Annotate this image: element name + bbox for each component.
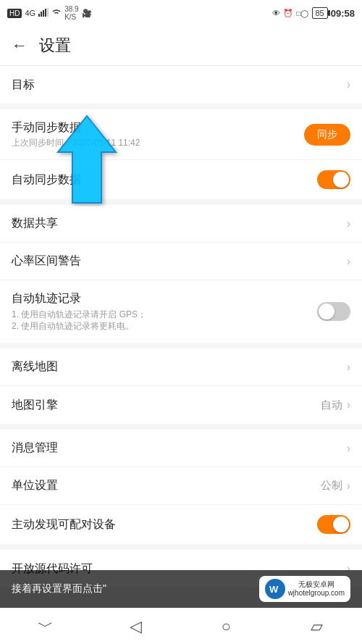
watermark: W 无极安卓网 wjhotelgroup.com xyxy=(259,576,350,602)
watermark-logo: W xyxy=(265,579,285,599)
status-eye-icon: 👁 xyxy=(272,9,280,17)
page-title: 设置 xyxy=(39,35,71,57)
svg-rect-0 xyxy=(38,14,40,17)
settings-item-data-share[interactable]: 数据共享 › xyxy=(0,205,362,243)
chevron-icon-unit-settings: › xyxy=(347,480,350,493)
status-camera-icon: 🎥 xyxy=(82,9,92,18)
svg-rect-4 xyxy=(47,8,49,17)
svg-rect-2 xyxy=(43,10,44,17)
chevron-icon-heart-rate: › xyxy=(347,255,350,268)
settings-item-auto-track[interactable]: 自动轨迹记录 1. 使用自动轨迹记录请开启 GPS； 2. 使用自动轨迹记录将更… xyxy=(0,280,362,343)
item-title-goal: 目标 xyxy=(12,77,347,93)
item-subtitle-auto-track: 1. 使用自动轨迹记录请开启 GPS； 2. 使用自动轨迹记录将更耗电。 xyxy=(12,309,317,333)
status-bar: HD 4G 38.9K/S 🎥 👁 ⏰ □◯ 85 09:58 xyxy=(0,0,362,26)
settings-item-message-mgmt[interactable]: 消息管理 › xyxy=(0,430,362,467)
status-alarm-icon: ⏰ xyxy=(283,9,293,18)
item-title-manual-sync: 手动同步数据 xyxy=(12,120,304,135)
settings-item-map-engine[interactable]: 地图引擎 自动 › xyxy=(0,386,362,424)
bottom-hint-bar: 接着再设置界面点击" W 无极安卓网 wjhotelgroup.com xyxy=(0,570,362,608)
settings-item-unit-settings[interactable]: 单位设置 公制 › xyxy=(0,467,362,505)
status-wifi-icon xyxy=(51,8,62,18)
status-4g-icon: 4G xyxy=(25,9,35,17)
auto-sync-toggle[interactable] xyxy=(317,170,350,189)
auto-track-toggle[interactable] xyxy=(317,302,350,321)
status-signal-icon xyxy=(38,8,49,18)
settings-group-targets: 目标 › xyxy=(0,66,362,104)
settings-group-notifications: 消息管理 › 单位设置 公制 › 主动发现可配对设备 xyxy=(0,430,362,544)
status-time: 09:58 xyxy=(331,8,355,19)
status-right: 👁 ⏰ □◯ 85 09:58 xyxy=(272,7,355,19)
item-title-auto-sync: 自动同步数据 xyxy=(12,172,317,188)
settings-item-goal[interactable]: 目标 › xyxy=(0,66,362,104)
chevron-icon-message-mgmt: › xyxy=(347,442,350,455)
svg-rect-1 xyxy=(41,12,42,17)
settings-item-manual-sync[interactable]: 手动同步数据 上次同步时间：2020/05/11 11:42 同步 xyxy=(0,109,362,160)
status-left: HD 4G 38.9K/S 🎥 xyxy=(7,5,92,21)
nav-back-button[interactable]: ◁ xyxy=(114,612,158,641)
settings-item-offline-map[interactable]: 离线地图 › xyxy=(0,348,362,386)
item-title-active-pair: 主动发现可配对设备 xyxy=(12,517,317,532)
chevron-icon-map-engine: › xyxy=(347,398,350,411)
item-title-offline-map: 离线地图 xyxy=(12,359,347,375)
item-title-auto-track: 自动轨迹记录 xyxy=(12,290,317,306)
item-title-message-mgmt: 消息管理 xyxy=(12,440,347,456)
settings-item-active-pair[interactable]: 主动发现可配对设备 xyxy=(0,505,362,544)
settings-item-auto-sync[interactable]: 自动同步数据 xyxy=(0,160,362,199)
chevron-icon-offline-map: › xyxy=(347,361,350,374)
status-hd-icon: HD xyxy=(7,9,22,18)
item-title-data-share: 数据共享 xyxy=(12,215,347,231)
chevron-icon-goal: › xyxy=(347,78,350,91)
item-title-map-engine: 地图引擎 xyxy=(12,397,321,413)
map-engine-value: 自动 xyxy=(321,398,342,412)
settings-item-heart-rate[interactable]: 心率区间警告 › xyxy=(0,243,362,280)
status-speed: 38.9K/S xyxy=(64,5,78,21)
nav-down-button[interactable]: ﹀ xyxy=(24,612,67,641)
settings-group-map: 离线地图 › 地图引擎 自动 › xyxy=(0,348,362,424)
settings-group-data: 数据共享 › 心率区间警告 › 自动轨迹记录 1. 使用自动轨迹记录请开启 GP… xyxy=(0,205,362,343)
chevron-icon-data-share: › xyxy=(347,217,350,230)
hint-text: 接着再设置界面点击" xyxy=(12,582,106,595)
settings-group-sync: 手动同步数据 上次同步时间：2020/05/11 11:42 同步 自动同步数据 xyxy=(0,109,362,199)
item-subtitle-manual-sync: 上次同步时间：2020/05/11 11:42 xyxy=(12,137,304,149)
bottom-nav: ﹀ ◁ ○ ▱ xyxy=(0,608,362,644)
sync-button[interactable]: 同步 xyxy=(304,124,350,146)
item-title-heart-rate: 心率区间警告 xyxy=(12,253,347,269)
nav-home-button[interactable]: ○ xyxy=(205,612,248,641)
nav-recent-button[interactable]: ▱ xyxy=(295,612,339,641)
back-button[interactable]: ← xyxy=(12,36,28,55)
unit-settings-value: 公制 xyxy=(321,479,342,493)
status-battery: 85 xyxy=(312,7,328,19)
status-nfc-icon: □◯ xyxy=(296,9,308,17)
active-pair-toggle[interactable] xyxy=(317,515,350,534)
svg-rect-3 xyxy=(45,9,46,17)
settings-list: 目标 › 手动同步数据 上次同步时间：2020/05/11 11:42 同步 自… xyxy=(0,66,362,587)
item-title-unit-settings: 单位设置 xyxy=(12,477,321,493)
page-header: ← 设置 xyxy=(0,26,362,66)
svg-text:W: W xyxy=(269,584,279,595)
watermark-text: 无极安卓网 wjhotelgroup.com xyxy=(288,580,345,598)
